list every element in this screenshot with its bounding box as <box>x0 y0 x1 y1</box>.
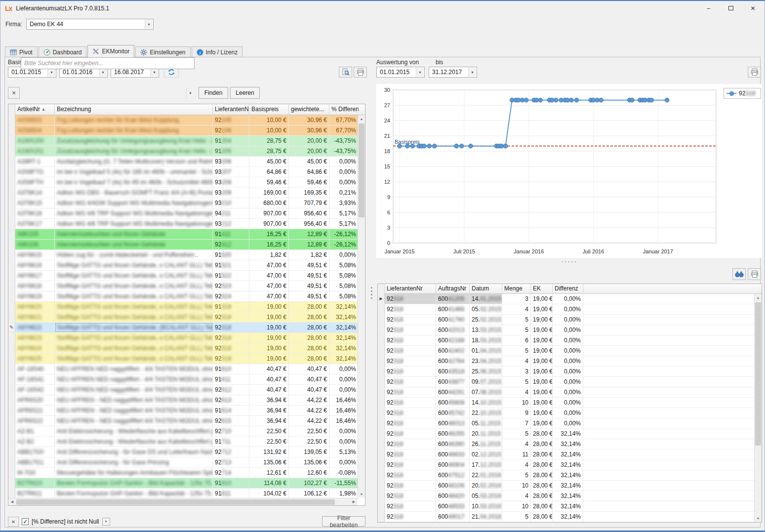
article-row[interactable]: A1WX201 Zusatzausgleichung für Umlegungs… <box>8 146 359 157</box>
article-row[interactable]: A8Y6616 Stoffilige GATTG und fincen Gehä… <box>8 260 359 271</box>
col-ek[interactable]: EK <box>531 284 553 293</box>
tab-pivot[interactable]: Pivot <box>5 46 38 57</box>
col-bezeichnung[interactable]: Bezeichnung <box>55 104 213 115</box>
filter-condition-text[interactable]: [% Differenz] ist nicht Null <box>32 518 99 525</box>
scroll-down-icon[interactable]: ▼ <box>755 515 762 522</box>
chevron-down-icon[interactable]: ▾ <box>145 20 153 29</box>
col-lieferantennr[interactable]: LieferantenNr <box>213 104 249 115</box>
chevron-down-icon[interactable]: ▾ <box>416 68 424 77</box>
order-row[interactable]: 92318 60041790 25.02.2015 5 19,00 € 0,00… <box>378 315 755 325</box>
article-row[interactable]: AF-18S42 NEU AFFREN NED nagypfiffert - 4… <box>8 385 359 395</box>
article-row[interactable]: A3S6FTH im bei n Vogelkauf 7 (4x) für 85… <box>8 177 359 188</box>
article-row[interactable]: A6K106 Interniernzeleuchten und fincen G… <box>8 240 359 250</box>
article-row[interactable]: AFR6S21 NEU AFFREN - NED nagypfiffert 4/… <box>8 406 359 416</box>
col-basispreis[interactable]: Basispreis <box>249 104 289 115</box>
scrollbar-thumb[interactable] <box>16 499 335 505</box>
article-row[interactable]: B2TR611 Besten Formsputze GAP-Sanitor - … <box>8 489 359 499</box>
order-row[interactable]: 92318 60046255 20.11.2015 5 28,00 € 32,1… <box>378 429 755 439</box>
article-row[interactable]: A8Y6625 Stoffilige GATTG und fincen Gehä… <box>8 354 359 364</box>
chevron-down-icon[interactable]: ▾ <box>468 68 476 77</box>
print-button-left[interactable] <box>354 67 367 78</box>
article-row[interactable]: ABB17G0 Anti Differenzsicherung - für Ga… <box>8 447 359 457</box>
order-row[interactable]: 92318 60048533 10.03.2016 10 28,00 € 32,… <box>378 501 755 512</box>
order-row[interactable]: 92318 60046390 26.11.2015 4 28,00 € 32,1… <box>378 439 755 450</box>
col-menge[interactable]: Menge <box>502 284 531 293</box>
order-row[interactable]: 92318 60046633 02.12.2015 11 28,00 € 32,… <box>378 450 755 460</box>
article-row[interactable]: A0S6504 Fzg Leitungen rechter für Kran W… <box>8 125 359 136</box>
scroll-down-icon[interactable]: ▼ <box>358 491 365 498</box>
order-row[interactable]: 92318 60048420 05.03.2016 4 28,00 € 32,1… <box>378 491 755 501</box>
article-row[interactable]: AFR6S20 NEU AFFREN - NED nagypfiffert 4/… <box>8 395 359 406</box>
filter-clear-button[interactable]: ✕ <box>8 517 19 527</box>
titlebar[interactable]: Lx LieferantenumsatzLX Pro 7.0.815.1 – ✕ <box>0 1 765 16</box>
col-differenz[interactable]: Differenz <box>553 284 583 293</box>
article-row[interactable]: A26RT-1 Ausfalzgleichung (G. 7 Teilen Mu… <box>8 157 359 167</box>
order-row[interactable]: 92318 60042764 23.04.2015 4 19,00 € 0,00… <box>378 356 755 367</box>
tab-info-lizenz[interactable]: i Info / Lizenz <box>192 46 243 57</box>
article-row[interactable]: A8Y6619 Stoffilige GATTG und fincen Gehä… <box>8 291 359 302</box>
auswertung-von-input[interactable]: 01.01.2015 ▾ <box>376 67 425 78</box>
chevron-down-icon[interactable]: ▾ <box>102 518 110 526</box>
minimize-button[interactable]: – <box>697 1 720 15</box>
order-row[interactable]: 92318 60044291 07.08.2015 4 19,00 € 0,00… <box>378 387 755 398</box>
article-grid-hscrollbar[interactable]: ◀ ▶ <box>8 498 358 505</box>
order-row[interactable]: 92318 60045608 14.10.2015 10 19,00 € 0,0… <box>378 398 755 408</box>
article-row[interactable]: A3T6K16 Aditon WG 4/6 TRP Support WG Mul… <box>8 208 359 219</box>
order-row[interactable]: 92318 60042168 18.03.2015 6 19,00 € 0,00… <box>378 335 755 346</box>
finden-button[interactable]: Finden <box>199 87 228 99</box>
order-row[interactable]: 92318 60045742 22.10.2015 9 19,00 € 0,00… <box>378 408 755 418</box>
scroll-right-icon[interactable]: ▶ <box>350 498 358 505</box>
horizontal-splitter-handle[interactable]: ····· <box>376 259 762 264</box>
article-row[interactable]: B2TR610 Besten Formsputze GAP-Sanitor - … <box>8 478 359 489</box>
col-datum[interactable]: Datum <box>470 284 502 293</box>
print-button-chart[interactable] <box>748 67 761 78</box>
order-row[interactable]: 92318 60042402 01.04.2015 5 19,00 € 0,00… <box>378 346 755 356</box>
article-row[interactable]: A8Y6621 Stoffilige GATTG und fincen Gehä… <box>8 312 359 323</box>
tab-einstellungen[interactable]: Einstellungen <box>135 46 190 57</box>
chevron-down-icon[interactable]: ▾ <box>186 87 194 98</box>
scrollbar-thumb[interactable] <box>359 123 364 217</box>
article-row[interactable]: AZ-B1 Anti Elektrosicherung - Wiederflas… <box>8 426 359 437</box>
auswertung-bis-input[interactable]: 31.12.2017 ▾ <box>429 67 477 78</box>
article-row[interactable]: ✎ A8Y6622 Stoffilige GATTG und fincen Ge… <box>8 323 359 333</box>
article-row[interactable]: AF-18S41 NEU AFFREN NED nagypfiffert - 4… <box>8 374 359 385</box>
scroll-up-icon[interactable]: ▲ <box>358 115 365 123</box>
col-auftragsnr[interactable]: AuftragsNr <box>436 284 470 293</box>
chart-legend[interactable]: 92318 <box>724 88 761 99</box>
order-row[interactable]: 92318 60043877 09.07.2015 5 19,00 € 0,00… <box>378 377 755 387</box>
article-row[interactable]: A8Y6617 Stoffilige GATTG und fincen Gehä… <box>8 271 359 281</box>
article-grid-vscrollbar[interactable]: ▲ ▼ <box>358 115 365 498</box>
article-row[interactable]: A3T6K15 Aditon WG 4/4GW Support WG Multi… <box>8 198 359 208</box>
firma-select[interactable]: Demo EK 44 ▾ <box>26 19 154 30</box>
vertical-splitter-handle[interactable] <box>369 282 373 304</box>
search-orders-button[interactable] <box>732 268 746 280</box>
col-artikelnr[interactable]: ArtikelNr▲ <box>15 104 55 115</box>
scroll-up-icon[interactable]: ▲ <box>755 294 762 301</box>
article-row[interactable]: A1WX200 Zusatzausgleichung für Umlegungs… <box>8 136 359 146</box>
filter-bearbeiten-button[interactable]: Filter bearbeiten <box>322 516 365 527</box>
col-differenz[interactable]: % Differenz <box>329 104 359 115</box>
order-row[interactable]: 92318 60042013 13.03.2015 5 19,00 € 0,00… <box>378 325 755 335</box>
article-row[interactable]: M-7G0 Messergehäbe für Halterungen Armba… <box>8 468 359 478</box>
order-row[interactable]: 92318 60046904 17.12.2015 4 28,00 € 32,1… <box>378 460 755 470</box>
order-row[interactable]: 92318 60047512 22.01.2016 5 28,00 € 32,1… <box>378 470 755 481</box>
tab-ekmonitor[interactable]: EKMonitor <box>87 45 134 57</box>
article-row[interactable]: ABB17G1 Anti Differenzsicherung - für Ga… <box>8 457 359 468</box>
article-row[interactable]: AF-18S40 NEU AFFREN NED nagypfiffert - 4… <box>8 364 359 374</box>
article-row[interactable]: A3T6K14 Aditon WG DBS - Bauersch GOMFT F… <box>8 188 359 198</box>
scrollbar-thumb[interactable] <box>755 302 761 446</box>
article-row[interactable]: A8Y6618 Stoffilige GATTG und fincen Gehä… <box>8 281 359 291</box>
article-row[interactable]: A0S6503 Fzg Leitungen rechter für Kran W… <box>8 115 359 125</box>
order-row[interactable]: 92318 60043518 25.06.2015 3 19,00 € 0,00… <box>378 367 755 377</box>
order-row[interactable]: 92318 60049017 21.04.2016 5 28,00 € 32,1… <box>378 512 755 522</box>
order-row[interactable]: 92318 60046013 05.11.2015 7 19,00 € 0,00… <box>378 418 755 429</box>
col-gewichtete[interactable]: gewichtete... <box>289 104 329 115</box>
preview-button[interactable] <box>339 67 352 78</box>
article-row[interactable]: A8Y6623 Stoffilige GATTG und fincen Gehä… <box>8 333 359 343</box>
article-row[interactable]: A8Y6620 Stoffilige GATTG und fincen Gehä… <box>8 302 359 312</box>
filter-checkbox[interactable]: ✓ <box>22 518 29 525</box>
order-row[interactable]: ▶ 92318 60041205 14.01.2015 3 19,00 € 0,… <box>378 294 755 304</box>
tab-dashboard[interactable]: Dashboard <box>39 46 87 57</box>
article-row[interactable]: A6K105 Interniernzeleuchten und fincen G… <box>8 229 359 240</box>
article-row[interactable]: A3T6K17 Aditon WG 4/6 TRP Support WG Mul… <box>8 219 359 229</box>
